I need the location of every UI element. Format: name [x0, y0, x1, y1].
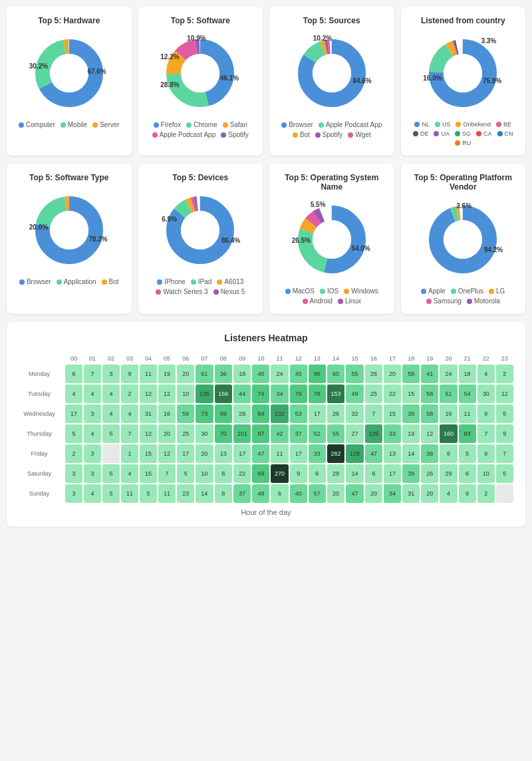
hour-header: 12: [290, 354, 307, 363]
svg-point-21: [444, 54, 482, 92]
heatmap-cell: 39: [402, 404, 420, 423]
hardware-legend: Computer Mobile Server: [19, 121, 120, 128]
hour-header: 04: [140, 354, 157, 363]
heatmap-cell: 11: [459, 404, 476, 423]
heatmap-cell: 6: [459, 464, 476, 483]
heatmap-cell: 4: [84, 384, 101, 403]
hour-header: 09: [233, 354, 251, 363]
heatmap-cell: 37: [233, 484, 251, 503]
legend-spotify-src: Spotify: [315, 131, 343, 138]
server-dot: [92, 122, 98, 128]
heatmap-cell: 4: [121, 404, 138, 423]
softwaretype-label-1: 78.2%: [88, 235, 107, 243]
hour-header: 05: [158, 354, 176, 363]
heatmap-cell: 160: [440, 424, 457, 443]
heatmap-cell: 5: [177, 464, 194, 483]
heatmap-cell: 45: [290, 365, 307, 383]
hardware-label-1: 67.6%: [87, 68, 106, 75]
heatmap-cell: 58: [421, 404, 438, 423]
heatmap-cell: 96: [309, 365, 326, 383]
osplatform-donut: 94.2% 3.6%: [423, 200, 503, 279]
hour-header: 03: [121, 354, 138, 363]
heatmap-cell: 20: [196, 444, 213, 463]
heatmap-cell: 42: [271, 424, 288, 443]
heatmap-cell: 12: [496, 384, 513, 403]
day-label: Wednesday: [19, 404, 64, 423]
devices-card: Top 5: Devices 86.4% 6.9% IPhone IPad A6…: [138, 164, 263, 314]
sources-legend: Browser Apple Podcast App Bot Spotify Wg…: [279, 121, 385, 138]
heatmap-cell: 9: [459, 484, 476, 503]
heatmap-cell: 6: [440, 444, 457, 463]
heatmap-cell: 5: [102, 424, 120, 443]
heatmap-cell: 55: [346, 365, 363, 383]
hardware-donut: 67.6% 30.2%: [29, 33, 109, 113]
heatmap-cell: 17: [177, 444, 194, 463]
heatmap-cell: 2: [65, 444, 82, 463]
heatmap-cell: 3: [84, 464, 101, 483]
hour-header: 13: [309, 354, 326, 363]
legend-mobile: Mobile: [61, 121, 87, 128]
heatmap-cell: 5: [102, 464, 120, 483]
heatmap-cell: 19: [158, 365, 176, 383]
heatmap-cell: 14: [196, 484, 213, 503]
heatmap-cell: 34: [271, 384, 288, 403]
day-label: Monday: [19, 365, 64, 383]
osname-label-1: 54.0%: [351, 245, 370, 252]
heatmap-cell: 132: [271, 404, 288, 423]
legend-spotify: Spotify: [221, 131, 249, 138]
heatmap-row: Wednesday1734431165673992884132531726327…: [19, 404, 513, 423]
heatmap-cell: 12: [140, 424, 157, 443]
legend-browser: Browser: [281, 121, 313, 128]
heatmap-cell: 15: [140, 444, 157, 463]
heatmap-cell: 20: [177, 365, 194, 383]
heatmap-cell: 9: [290, 464, 307, 483]
heatmap-cell: 16: [440, 404, 457, 423]
heatmap-cell: 11: [121, 484, 138, 503]
heatmap-cell: 61: [196, 365, 213, 383]
heatmap-cell: 11: [271, 444, 288, 463]
osname-legend: MacOS IOS Windows Android Linux: [279, 287, 385, 305]
heatmap-cell: 19: [402, 424, 420, 443]
heatmap-cell: 26: [365, 365, 382, 383]
hour-header: 17: [384, 354, 401, 363]
heatmap-cell: 7: [496, 444, 513, 463]
heatmap-cell: 5: [65, 424, 82, 443]
country-label-3: 3.3%: [481, 37, 496, 45]
hour-header: 22: [477, 354, 495, 363]
heatmap-row: Friday2311512172013174711173326212847131…: [19, 444, 513, 463]
hour-header: 10: [252, 354, 269, 363]
hour-header: 00: [65, 354, 82, 363]
legend-server: Server: [92, 121, 119, 128]
heatmap-cell: 5: [496, 464, 513, 483]
hour-header: 08: [215, 354, 232, 363]
heatmap-cell: 135: [365, 424, 382, 443]
heatmap-cell: 3: [65, 484, 82, 503]
heatmap-cell: 12: [158, 444, 176, 463]
heatmap-cell: 14: [346, 464, 363, 483]
heatmap-cell: 79: [290, 384, 307, 403]
osname-card: Top 5: Operating System Name 54.0% 26.5%…: [269, 164, 394, 314]
heatmap-cell: 58: [421, 384, 438, 403]
heatmap-cell: 7: [121, 424, 138, 443]
devices-label-1: 86.4%: [221, 237, 240, 244]
heatmap-cell: 7: [477, 424, 495, 443]
heatmap-cell: 9: [477, 444, 495, 463]
heatmap-cell: 32: [346, 404, 363, 423]
heatmap-cell: 83: [459, 424, 476, 443]
softwaretype-card: Top 5: Software Type 78.2% 20.0% Browser…: [7, 164, 132, 314]
heatmap-cell: 17: [233, 444, 251, 463]
softwaretype-donut: 78.2% 20.0%: [29, 190, 109, 270]
heatmap-cell: 54: [459, 384, 476, 403]
heatmap-cell: 166: [215, 384, 232, 403]
software-label-3: 12.2%: [160, 53, 179, 61]
heatmap-cell: 40: [252, 365, 269, 383]
osname-title: Top 5: Operating System Name: [279, 173, 385, 192]
heatmap-cell: 84: [252, 404, 269, 423]
sources-title: Top 5: Sources: [303, 16, 360, 25]
osname-label-3: 5.5%: [311, 201, 326, 208]
heatmap-cell: 135: [196, 384, 213, 403]
osplatform-card: Top 5: Operating Platform Vendor 94.2% 3…: [401, 164, 526, 314]
heatmap-cell: 28: [233, 404, 251, 423]
computer-dot: [19, 122, 24, 128]
heatmap-cell: 6: [271, 484, 288, 503]
